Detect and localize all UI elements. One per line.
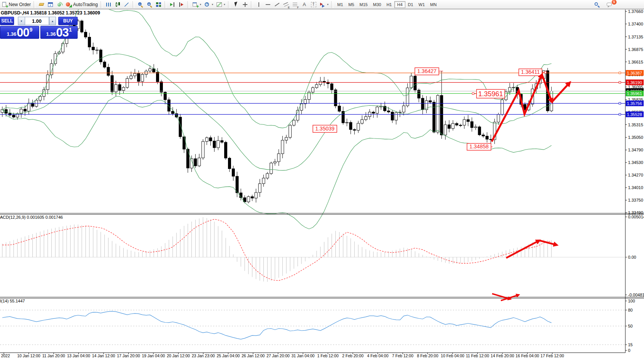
tab-timeframe-h1[interactable]: H1 <box>384 1 394 8</box>
svg-text:-0.004812: -0.004812 <box>628 293 644 297</box>
line-chart-icon <box>124 2 130 8</box>
chevron-down-icon: ▾ <box>224 3 225 6</box>
notification-badge: 1 <box>612 0 617 5</box>
svg-text:1 Feb 12:00: 1 Feb 12:00 <box>317 353 338 358</box>
svg-text:11 Feb 12:00: 11 Feb 12:00 <box>466 353 489 358</box>
search-button[interactable] <box>592 1 601 8</box>
period-clock-icon <box>204 2 210 8</box>
buy-button[interactable]: BUY <box>58 17 78 25</box>
svg-text:1.35050: 1.35050 <box>628 135 643 140</box>
zoom-in-button[interactable] <box>136 1 145 8</box>
tab-timeframe-d1[interactable]: D1 <box>405 1 416 8</box>
svg-text:25 Jan 04:00: 25 Jan 04:00 <box>217 353 240 358</box>
svg-text:80: 80 <box>628 308 633 312</box>
tab-timeframe-w1[interactable]: W1 <box>416 1 428 8</box>
zoom-out-button[interactable] <box>145 1 154 8</box>
toolbar-separator <box>33 1 36 8</box>
tab-timeframe-m15[interactable]: M15 <box>357 1 370 8</box>
line-chart-button[interactable] <box>122 1 131 8</box>
main-toolbar: New OrderAutoTrading▾▾▾▾M1M5M15M30H1H4D1… <box>0 0 644 9</box>
one-click-trading-panel: SELL ▼ 1.00 ▲ BUY 1.36009 1.36031 <box>0 17 78 39</box>
tab-timeframe-m30[interactable]: M30 <box>370 1 384 8</box>
crosshair-icon <box>242 2 248 8</box>
channel-button[interactable] <box>282 1 291 8</box>
svg-text:1.34790: 1.34790 <box>628 148 643 152</box>
chart-symbol-title: GBPUSD-,H4 1.35818 1.36052 1.35723 1.360… <box>1 10 100 16</box>
text-button[interactable] <box>300 1 309 8</box>
template-button[interactable]: ▾ <box>215 1 227 8</box>
svg-text:100: 100 <box>628 299 635 303</box>
chevron-down-icon: ▾ <box>200 3 201 6</box>
tile-windows-button[interactable] <box>154 1 163 8</box>
svg-text:1.34010: 1.34010 <box>628 185 643 190</box>
tab-timeframe-m1[interactable]: M1 <box>335 1 346 8</box>
svg-text:0.005014: 0.005014 <box>628 215 644 219</box>
svg-text:27 Jan 20:00: 27 Jan 20:00 <box>266 353 290 358</box>
candlestick-icon <box>115 2 121 8</box>
chevron-down-icon: ▾ <box>327 3 329 6</box>
svg-text:7 Feb 12:00: 7 Feb 12:00 <box>392 353 413 358</box>
fibonacci-button[interactable] <box>291 1 300 8</box>
chart-shift-icon <box>179 2 185 8</box>
arrows-button[interactable]: ▾ <box>318 1 330 8</box>
svg-text:1.35961: 1.35961 <box>478 90 503 98</box>
sell-button[interactable]: SELL <box>0 17 14 25</box>
text-label-icon <box>311 2 317 8</box>
buy-price-display[interactable]: 1.36031 <box>40 26 78 39</box>
bar-chart-icon <box>105 2 112 8</box>
bar-chart-button[interactable] <box>104 1 113 8</box>
svg-text:1.35756: 1.35756 <box>627 101 642 106</box>
crosshair-button[interactable] <box>241 1 250 8</box>
autotrading-button[interactable]: AutoTrading <box>64 1 99 8</box>
candlestick-button[interactable] <box>113 1 122 8</box>
autotrading-icon <box>66 2 72 8</box>
new-chart-button[interactable]: ▾ <box>191 1 203 8</box>
cursor-button[interactable] <box>231 1 241 8</box>
period-clock-button[interactable]: ▾ <box>202 1 215 8</box>
price-chart-canvas[interactable]: 1.376601.374001.371351.368751.366151.363… <box>0 10 644 358</box>
svg-text:1.36190: 1.36190 <box>627 80 642 85</box>
button-label: AutoTrading <box>73 2 98 7</box>
hline-button[interactable] <box>263 1 273 8</box>
fibonacci-icon <box>292 2 298 8</box>
tab-timeframe-m5[interactable]: M5 <box>346 1 357 8</box>
autoscroll-button[interactable] <box>168 1 177 8</box>
volume-input[interactable]: 1.00 <box>25 17 49 25</box>
toolbar-separator <box>331 1 333 8</box>
trendline-button[interactable] <box>273 1 282 8</box>
cursor-icon <box>233 2 239 8</box>
sell-price-sup: 9 <box>29 27 32 33</box>
signal-button[interactable] <box>55 1 64 8</box>
sell-price-big: 00 <box>17 27 29 38</box>
svg-text:1.35528: 1.35528 <box>627 112 642 117</box>
svg-text:10 Feb 04:00: 10 Feb 04:00 <box>441 353 464 358</box>
tab-timeframe-mn[interactable]: MN <box>427 1 439 8</box>
trendline-icon <box>274 2 280 8</box>
tab-timeframe-h4[interactable]: H4 <box>394 1 405 8</box>
rsi-panel: 1008050150I(14) 55.1447 <box>0 299 635 353</box>
volume-increase-button[interactable]: ▲ <box>49 17 56 25</box>
window-chart-button[interactable] <box>46 1 55 8</box>
svg-text:1.36615: 1.36615 <box>628 60 643 64</box>
volume-decrease-button[interactable]: ▼ <box>18 17 25 25</box>
svg-text:1.33750: 1.33750 <box>628 198 643 202</box>
svg-text:2 Feb 20:00: 2 Feb 20:00 <box>342 353 363 358</box>
notifications-button[interactable]: 1 <box>605 1 614 8</box>
svg-text:1.36875: 1.36875 <box>628 47 643 52</box>
gold-bar-button[interactable] <box>37 1 46 8</box>
chart-shift-button[interactable] <box>177 1 186 8</box>
toolbar-separator <box>132 1 135 8</box>
time-axis: n 202210 Jan 12:0011 Jan 20:0013 Jan 04:… <box>0 353 564 358</box>
sell-price-display[interactable]: 1.36009 <box>0 26 39 39</box>
svg-text:13 Jan 04:00: 13 Jan 04:00 <box>67 353 90 358</box>
new-order-button[interactable]: New Order <box>0 1 32 8</box>
tile-windows-icon <box>156 2 162 8</box>
toolbar-separator <box>187 1 190 8</box>
vline-button[interactable] <box>254 1 263 8</box>
svg-text:15: 15 <box>628 342 633 347</box>
svg-text:1.34270: 1.34270 <box>628 173 643 177</box>
text-label-button[interactable] <box>309 1 318 8</box>
buy-price-prefix: 1.36 <box>46 31 56 37</box>
svg-text:17 Feb 12:00: 17 Feb 12:00 <box>540 353 564 358</box>
hline-icon <box>265 2 271 8</box>
